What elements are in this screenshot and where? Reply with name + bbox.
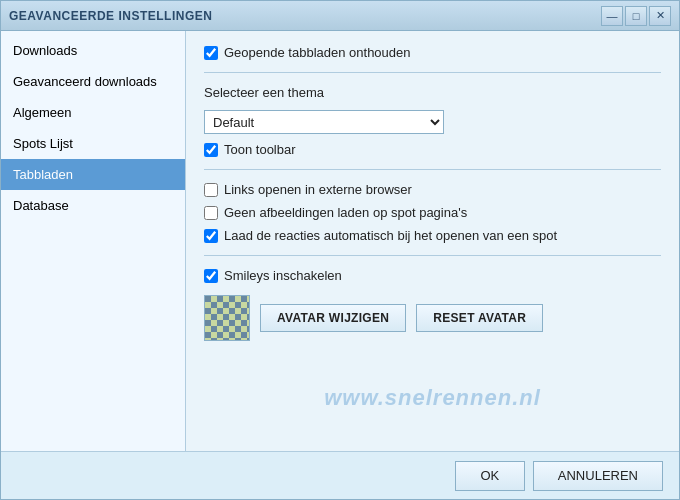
smileys-label[interactable]: Smileys inschakelen [224, 268, 342, 283]
annuleren-button[interactable]: ANNULEREN [533, 461, 663, 491]
smileys-row: Smileys inschakelen [204, 268, 661, 283]
separator-2 [204, 169, 661, 170]
toolbar-label[interactable]: Toon toolbar [224, 142, 296, 157]
avatar-image [204, 295, 250, 341]
sidebar-item-downloads[interactable]: Downloads [1, 35, 185, 66]
avatar-wijzigen-button[interactable]: AVATAR WIJZIGEN [260, 304, 406, 332]
geopende-label[interactable]: Geopende tabbladen onthouden [224, 45, 411, 60]
footer: OK ANNULEREN [1, 451, 679, 499]
window-title: GEAVANCEERDE INSTELLINGEN [9, 9, 601, 23]
main-panel: Geopende tabbladen onthouden Selecteer e… [186, 31, 679, 451]
sidebar-item-tabbladen[interactable]: Tabbladen [1, 159, 185, 190]
sidebar: Downloads Geavanceerd downloads Algemeen… [1, 31, 186, 451]
separator-1 [204, 72, 661, 73]
extern-checkbox[interactable] [204, 183, 218, 197]
title-bar: GEAVANCEERDE INSTELLINGEN — □ ✕ [1, 1, 679, 31]
afbeeldingen-row: Geen afbeeldingen laden op spot pagina's [204, 205, 661, 220]
sidebar-item-database[interactable]: Database [1, 190, 185, 221]
reset-avatar-button[interactable]: RESET AVATAR [416, 304, 543, 332]
window-controls: — □ ✕ [601, 6, 671, 26]
toolbar-row: Toon toolbar [204, 142, 661, 157]
ok-button[interactable]: OK [455, 461, 525, 491]
theme-row: Default [204, 110, 661, 134]
extern-label[interactable]: Links openen in externe browser [224, 182, 412, 197]
avatar-section: AVATAR WIJZIGEN RESET AVATAR [204, 295, 661, 341]
sidebar-item-algemeen[interactable]: Algemeen [1, 97, 185, 128]
sidebar-item-spots-lijst[interactable]: Spots Lijst [1, 128, 185, 159]
geopende-row: Geopende tabbladen onthouden [204, 45, 661, 60]
reacties-row: Laad de reacties automatisch bij het ope… [204, 228, 661, 243]
reacties-checkbox[interactable] [204, 229, 218, 243]
separator-3 [204, 255, 661, 256]
extern-row: Links openen in externe browser [204, 182, 661, 197]
afbeeldingen-checkbox[interactable] [204, 206, 218, 220]
content-area: Downloads Geavanceerd downloads Algemeen… [1, 31, 679, 451]
theme-select[interactable]: Default [204, 110, 444, 134]
watermark: www.snelrennen.nl [324, 385, 541, 411]
maximize-button[interactable]: □ [625, 6, 647, 26]
theme-label: Selecteer een thema [204, 85, 661, 100]
smileys-checkbox[interactable] [204, 269, 218, 283]
minimize-button[interactable]: — [601, 6, 623, 26]
reacties-label[interactable]: Laad de reacties automatisch bij het ope… [224, 228, 557, 243]
afbeeldingen-label[interactable]: Geen afbeeldingen laden op spot pagina's [224, 205, 467, 220]
sidebar-item-geavanceerd-downloads[interactable]: Geavanceerd downloads [1, 66, 185, 97]
geopende-checkbox[interactable] [204, 46, 218, 60]
main-window: GEAVANCEERDE INSTELLINGEN — □ ✕ Download… [0, 0, 680, 500]
close-button[interactable]: ✕ [649, 6, 671, 26]
toolbar-checkbox[interactable] [204, 143, 218, 157]
